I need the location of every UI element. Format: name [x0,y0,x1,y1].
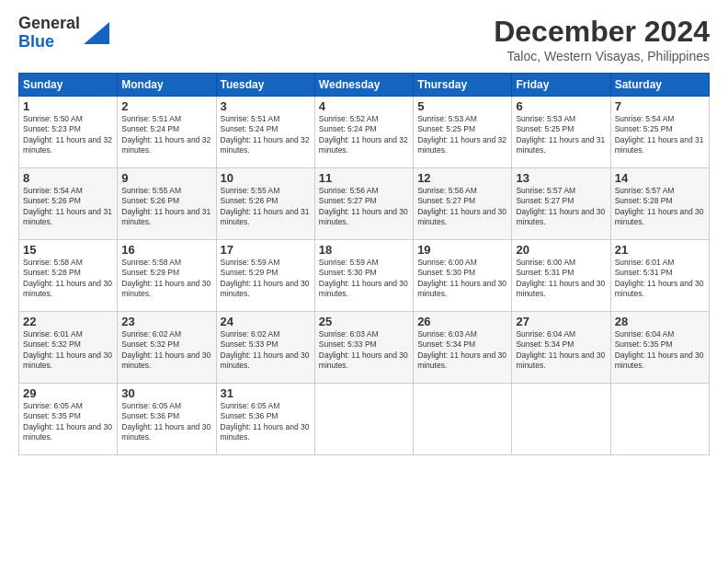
calendar-cell: 24 Sunrise: 6:02 AM Sunset: 5:33 PM Dayl… [216,312,314,384]
calendar-cell: 9 Sunrise: 5:55 AM Sunset: 5:26 PM Dayli… [118,168,216,240]
day-number: 7 [615,99,705,113]
calendar-cell: 8 Sunrise: 5:54 AM Sunset: 5:26 PM Dayli… [19,168,118,240]
day-info: Sunrise: 5:58 AM Sunset: 5:28 PM Dayligh… [23,258,113,300]
day-number: 2 [121,99,211,113]
calendar-cell: 4 Sunrise: 5:52 AM Sunset: 5:24 PM Dayli… [314,97,413,168]
logo: General Blue [18,15,109,52]
col-thursday: Thursday [414,74,512,97]
calendar-cell: 19 Sunrise: 6:00 AM Sunset: 5:30 PM Dayl… [414,240,512,312]
day-number: 6 [516,99,606,113]
calendar-week-row: 1 Sunrise: 5:50 AM Sunset: 5:23 PM Dayli… [19,97,710,168]
calendar-cell: 15 Sunrise: 5:58 AM Sunset: 5:28 PM Dayl… [19,240,118,312]
header: General Blue December 2024 Taloc, Wester… [18,15,710,63]
day-info: Sunrise: 5:55 AM Sunset: 5:26 PM Dayligh… [121,186,211,228]
day-number: 26 [417,315,507,328]
calendar-cell [314,384,413,455]
calendar-cell: 30 Sunrise: 6:05 AM Sunset: 5:36 PM Dayl… [118,384,216,455]
day-info: Sunrise: 6:02 AM Sunset: 5:32 PM Dayligh… [121,329,211,372]
calendar-week-row: 8 Sunrise: 5:54 AM Sunset: 5:26 PM Dayli… [19,168,710,240]
day-number: 10 [221,171,311,185]
day-info: Sunrise: 6:05 AM Sunset: 5:36 PM Dayligh… [221,401,311,443]
logo-blue: Blue [18,32,54,51]
calendar-cell: 25 Sunrise: 6:03 AM Sunset: 5:33 PM Dayl… [314,312,413,384]
calendar-week-row: 15 Sunrise: 5:58 AM Sunset: 5:28 PM Dayl… [19,240,710,312]
logo-icon [84,22,109,44]
calendar: Sunday Monday Tuesday Wednesday Thursday… [18,73,710,455]
day-info: Sunrise: 5:59 AM Sunset: 5:29 PM Dayligh… [221,258,311,300]
day-info: Sunrise: 5:50 AM Sunset: 5:23 PM Dayligh… [23,114,113,156]
day-info: Sunrise: 5:53 AM Sunset: 5:25 PM Dayligh… [516,114,606,156]
day-info: Sunrise: 5:59 AM Sunset: 5:30 PM Dayligh… [319,258,409,300]
day-info: Sunrise: 5:55 AM Sunset: 5:26 PM Dayligh… [221,186,311,228]
day-number: 14 [615,171,705,185]
col-monday: Monday [118,74,216,97]
day-number: 23 [121,315,211,328]
day-info: Sunrise: 6:05 AM Sunset: 5:35 PM Dayligh… [23,401,113,443]
day-number: 12 [417,171,507,185]
calendar-cell: 20 Sunrise: 6:00 AM Sunset: 5:31 PM Dayl… [512,240,610,312]
location-title: Taloc, Western Visayas, Philippines [494,49,710,63]
day-number: 27 [516,315,606,328]
day-number: 3 [221,99,311,113]
day-info: Sunrise: 5:52 AM Sunset: 5:24 PM Dayligh… [319,114,409,156]
day-info: Sunrise: 5:57 AM Sunset: 5:28 PM Dayligh… [615,186,705,228]
day-info: Sunrise: 5:51 AM Sunset: 5:24 PM Dayligh… [221,114,311,156]
calendar-cell [414,384,512,455]
calendar-cell: 3 Sunrise: 5:51 AM Sunset: 5:24 PM Dayli… [216,97,314,168]
day-number: 22 [23,315,113,328]
day-info: Sunrise: 6:02 AM Sunset: 5:33 PM Dayligh… [221,329,311,372]
day-info: Sunrise: 6:04 AM Sunset: 5:35 PM Dayligh… [615,329,705,372]
day-info: Sunrise: 5:58 AM Sunset: 5:29 PM Dayligh… [121,258,211,300]
page: General Blue December 2024 Taloc, Wester… [0,0,728,563]
day-info: Sunrise: 5:56 AM Sunset: 5:27 PM Dayligh… [417,186,507,228]
calendar-week-row: 22 Sunrise: 6:01 AM Sunset: 5:32 PM Dayl… [19,312,710,384]
day-number: 17 [221,243,311,257]
calendar-cell: 18 Sunrise: 5:59 AM Sunset: 5:30 PM Dayl… [314,240,413,312]
calendar-cell: 10 Sunrise: 5:55 AM Sunset: 5:26 PM Dayl… [216,168,314,240]
col-friday: Friday [512,74,610,97]
day-number: 5 [417,99,507,113]
day-number: 8 [23,171,113,185]
day-info: Sunrise: 6:03 AM Sunset: 5:33 PM Dayligh… [319,329,409,372]
logo-general: General [18,14,80,32]
calendar-cell: 16 Sunrise: 5:58 AM Sunset: 5:29 PM Dayl… [118,240,216,312]
day-info: Sunrise: 5:53 AM Sunset: 5:25 PM Dayligh… [417,114,507,156]
day-number: 16 [121,243,211,257]
day-info: Sunrise: 6:00 AM Sunset: 5:30 PM Dayligh… [417,258,507,300]
calendar-cell: 12 Sunrise: 5:56 AM Sunset: 5:27 PM Dayl… [414,168,512,240]
day-number: 18 [319,243,409,257]
calendar-cell: 22 Sunrise: 6:01 AM Sunset: 5:32 PM Dayl… [19,312,118,384]
calendar-cell: 5 Sunrise: 5:53 AM Sunset: 5:25 PM Dayli… [414,97,512,168]
day-number: 24 [221,315,311,328]
title-block: December 2024 Taloc, Western Visayas, Ph… [494,15,710,63]
day-info: Sunrise: 5:54 AM Sunset: 5:25 PM Dayligh… [615,114,705,156]
day-number: 20 [516,243,606,257]
calendar-cell: 1 Sunrise: 5:50 AM Sunset: 5:23 PM Dayli… [19,97,118,168]
calendar-cell: 11 Sunrise: 5:56 AM Sunset: 5:27 PM Dayl… [314,168,413,240]
col-wednesday: Wednesday [314,74,413,97]
day-number: 25 [319,315,409,328]
day-number: 30 [121,386,211,400]
calendar-cell: 13 Sunrise: 5:57 AM Sunset: 5:27 PM Dayl… [512,168,610,240]
calendar-cell: 27 Sunrise: 6:04 AM Sunset: 5:34 PM Dayl… [512,312,610,384]
calendar-cell: 6 Sunrise: 5:53 AM Sunset: 5:25 PM Dayli… [512,97,610,168]
day-info: Sunrise: 6:05 AM Sunset: 5:36 PM Dayligh… [121,401,211,443]
calendar-cell: 21 Sunrise: 6:01 AM Sunset: 5:31 PM Dayl… [610,240,709,312]
day-number: 19 [417,243,507,257]
calendar-cell: 7 Sunrise: 5:54 AM Sunset: 5:25 PM Dayli… [610,97,709,168]
col-saturday: Saturday [610,74,709,97]
day-info: Sunrise: 6:01 AM Sunset: 5:31 PM Dayligh… [615,258,705,300]
day-number: 4 [319,99,409,113]
calendar-cell: 31 Sunrise: 6:05 AM Sunset: 5:36 PM Dayl… [216,384,314,455]
day-number: 9 [121,171,211,185]
calendar-cell: 26 Sunrise: 6:03 AM Sunset: 5:34 PM Dayl… [414,312,512,384]
day-info: Sunrise: 6:03 AM Sunset: 5:34 PM Dayligh… [417,329,507,372]
svg-marker-0 [84,22,109,44]
day-number: 28 [615,315,705,328]
calendar-week-row: 29 Sunrise: 6:05 AM Sunset: 5:35 PM Dayl… [19,384,710,455]
month-title: December 2024 [494,15,710,49]
day-info: Sunrise: 5:54 AM Sunset: 5:26 PM Dayligh… [23,186,113,228]
calendar-cell [512,384,610,455]
day-number: 15 [23,243,113,257]
day-info: Sunrise: 6:00 AM Sunset: 5:31 PM Dayligh… [516,258,606,300]
